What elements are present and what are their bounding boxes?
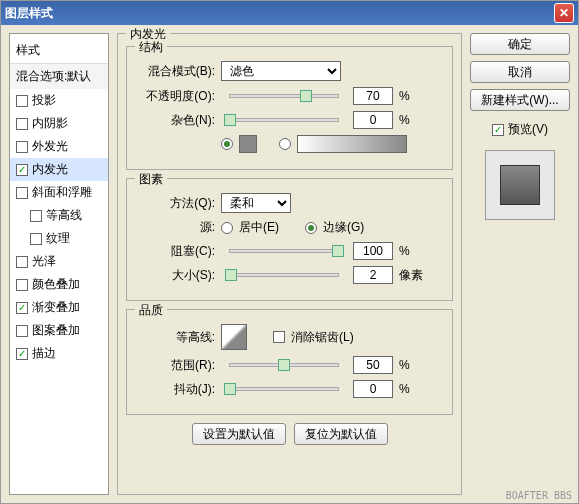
size-input[interactable] bbox=[353, 266, 393, 284]
style-item[interactable]: ✓内发光 bbox=[10, 158, 108, 181]
watermark: BOAFTER BBS bbox=[506, 490, 572, 501]
percent-label: % bbox=[399, 382, 425, 396]
style-item[interactable]: 颜色叠加 bbox=[10, 273, 108, 296]
style-checkbox[interactable]: ✓ bbox=[16, 302, 28, 314]
range-label: 范围(R): bbox=[137, 357, 215, 374]
opacity-input[interactable] bbox=[353, 87, 393, 105]
noise-input[interactable] bbox=[353, 111, 393, 129]
dialog-title: 图层样式 bbox=[5, 5, 554, 22]
style-item-label: 渐变叠加 bbox=[32, 299, 80, 316]
action-panel: 确定 取消 新建样式(W)... ✓ 预览(V) bbox=[470, 33, 570, 495]
jitter-label: 抖动(J): bbox=[137, 381, 215, 398]
noise-slider[interactable] bbox=[229, 118, 339, 122]
style-checkbox[interactable] bbox=[16, 325, 28, 337]
style-checkbox[interactable] bbox=[16, 95, 28, 107]
style-item-label: 纹理 bbox=[46, 230, 70, 247]
gradient-radio[interactable] bbox=[279, 138, 291, 150]
color-radio[interactable] bbox=[221, 138, 233, 150]
style-item[interactable]: 投影 bbox=[10, 89, 108, 112]
percent-label: % bbox=[399, 244, 425, 258]
blend-options-item[interactable]: 混合选项:默认 bbox=[10, 64, 108, 89]
style-item-label: 光泽 bbox=[32, 253, 56, 270]
style-item[interactable]: 图案叠加 bbox=[10, 319, 108, 342]
style-item[interactable]: 光泽 bbox=[10, 250, 108, 273]
source-edge-radio[interactable] bbox=[305, 222, 317, 234]
titlebar: 图层样式 ✕ bbox=[1, 1, 578, 25]
style-checkbox[interactable] bbox=[16, 187, 28, 199]
blend-mode-select[interactable]: 滤色 bbox=[221, 61, 341, 81]
source-label: 源: bbox=[137, 219, 215, 236]
range-input[interactable] bbox=[353, 356, 393, 374]
style-checkbox[interactable] bbox=[16, 141, 28, 153]
source-center-radio[interactable] bbox=[221, 222, 233, 234]
noise-label: 杂色(N): bbox=[137, 112, 215, 129]
color-swatch[interactable] bbox=[239, 135, 257, 153]
style-item-label: 描边 bbox=[32, 345, 56, 362]
choke-label: 阻塞(C): bbox=[137, 243, 215, 260]
anti-alias-label: 消除锯齿(L) bbox=[291, 329, 354, 346]
anti-alias-checkbox[interactable] bbox=[273, 331, 285, 343]
style-item[interactable]: 纹理 bbox=[10, 227, 108, 250]
style-item-label: 等高线 bbox=[46, 207, 82, 224]
make-default-button[interactable]: 设置为默认值 bbox=[192, 423, 286, 445]
contour-label: 等高线: bbox=[137, 329, 215, 346]
style-item-label: 外发光 bbox=[32, 138, 68, 155]
style-item-label: 内发光 bbox=[32, 161, 68, 178]
method-label: 方法(Q): bbox=[137, 195, 215, 212]
new-style-button[interactable]: 新建样式(W)... bbox=[470, 89, 570, 111]
style-item-label: 内阴影 bbox=[32, 115, 68, 132]
percent-label: % bbox=[399, 113, 425, 127]
style-item-label: 斜面和浮雕 bbox=[32, 184, 92, 201]
edge-label: 边缘(G) bbox=[323, 219, 364, 236]
choke-slider[interactable] bbox=[229, 249, 339, 253]
styles-header: 样式 bbox=[10, 38, 108, 64]
style-item[interactable]: ✓渐变叠加 bbox=[10, 296, 108, 319]
ok-button[interactable]: 确定 bbox=[470, 33, 570, 55]
style-checkbox[interactable] bbox=[16, 279, 28, 291]
style-item[interactable]: 外发光 bbox=[10, 135, 108, 158]
style-item[interactable]: 内阴影 bbox=[10, 112, 108, 135]
style-checkbox[interactable] bbox=[16, 256, 28, 268]
gradient-swatch[interactable] bbox=[297, 135, 407, 153]
preview-box bbox=[485, 150, 555, 220]
style-item[interactable]: 等高线 bbox=[10, 204, 108, 227]
settings-panel: 内发光 结构 混合模式(B): 滤色 不透明度(O): % 杂色(N): bbox=[117, 33, 462, 495]
size-slider[interactable] bbox=[229, 273, 339, 277]
cancel-button[interactable]: 取消 bbox=[470, 61, 570, 83]
style-item-label: 投影 bbox=[32, 92, 56, 109]
center-label: 居中(E) bbox=[239, 219, 279, 236]
style-item-label: 颜色叠加 bbox=[32, 276, 80, 293]
style-checkbox[interactable] bbox=[30, 233, 42, 245]
blend-mode-label: 混合模式(B): bbox=[137, 63, 215, 80]
percent-label: % bbox=[399, 89, 425, 103]
styles-list: 样式 混合选项:默认 投影内阴影外发光✓内发光斜面和浮雕等高线纹理光泽颜色叠加✓… bbox=[9, 33, 109, 495]
opacity-slider[interactable] bbox=[229, 94, 339, 98]
reset-default-button[interactable]: 复位为默认值 bbox=[294, 423, 388, 445]
px-label: 像素 bbox=[399, 267, 425, 284]
style-item[interactable]: 斜面和浮雕 bbox=[10, 181, 108, 204]
percent-label: % bbox=[399, 358, 425, 372]
jitter-input[interactable] bbox=[353, 380, 393, 398]
layer-style-dialog: 图层样式 ✕ 样式 混合选项:默认 投影内阴影外发光✓内发光斜面和浮雕等高线纹理… bbox=[0, 0, 579, 504]
close-button[interactable]: ✕ bbox=[554, 3, 574, 23]
style-checkbox[interactable] bbox=[16, 118, 28, 130]
quality-legend: 品质 bbox=[135, 302, 167, 319]
jitter-slider[interactable] bbox=[229, 387, 339, 391]
choke-input[interactable] bbox=[353, 242, 393, 260]
style-item[interactable]: ✓描边 bbox=[10, 342, 108, 365]
style-item-label: 图案叠加 bbox=[32, 322, 80, 339]
preview-checkbox[interactable]: ✓ bbox=[492, 124, 504, 136]
contour-picker[interactable] bbox=[221, 324, 247, 350]
opacity-label: 不透明度(O): bbox=[137, 88, 215, 105]
elements-legend: 图素 bbox=[135, 171, 167, 188]
size-label: 大小(S): bbox=[137, 267, 215, 284]
style-checkbox[interactable] bbox=[30, 210, 42, 222]
style-checkbox[interactable]: ✓ bbox=[16, 164, 28, 176]
method-select[interactable]: 柔和 bbox=[221, 193, 291, 213]
range-slider[interactable] bbox=[229, 363, 339, 367]
structure-legend: 结构 bbox=[135, 39, 167, 56]
style-checkbox[interactable]: ✓ bbox=[16, 348, 28, 360]
preview-label: 预览(V) bbox=[508, 121, 548, 138]
preview-swatch bbox=[500, 165, 540, 205]
